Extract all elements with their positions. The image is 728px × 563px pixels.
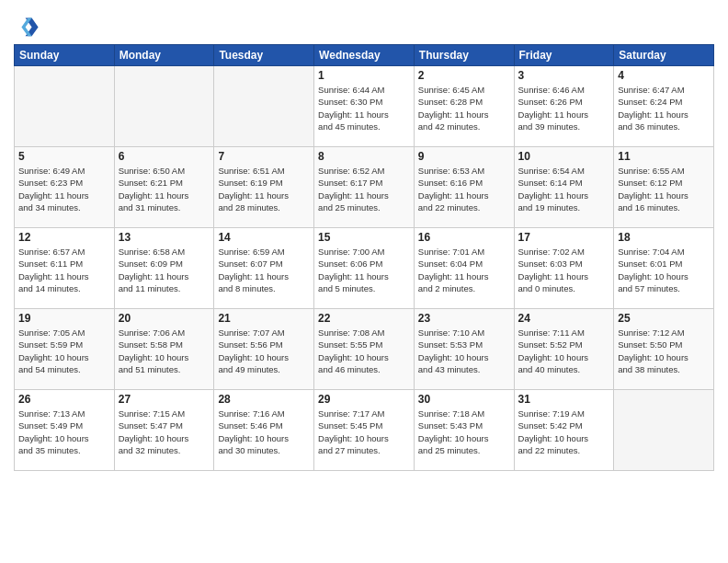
logo-icon	[14, 13, 40, 39]
day-info: Sunrise: 7:07 AM Sunset: 5:56 PM Dayligh…	[218, 327, 310, 375]
day-info: Sunrise: 6:47 AM Sunset: 6:24 PM Dayligh…	[618, 84, 710, 132]
day-number: 11	[618, 150, 710, 163]
weekday-header-wednesday: Wednesday	[314, 45, 415, 66]
day-number: 22	[318, 312, 410, 325]
calendar-cell: 21Sunrise: 7:07 AM Sunset: 5:56 PM Dayli…	[214, 309, 314, 390]
day-number: 7	[218, 150, 310, 163]
day-number: 9	[418, 150, 510, 163]
day-info: Sunrise: 7:16 AM Sunset: 5:46 PM Dayligh…	[218, 408, 310, 456]
day-info: Sunrise: 6:50 AM Sunset: 6:21 PM Dayligh…	[119, 165, 210, 213]
week-row-3: 12Sunrise: 6:57 AM Sunset: 6:11 PM Dayli…	[15, 228, 714, 309]
calendar-cell: 24Sunrise: 7:11 AM Sunset: 5:52 PM Dayli…	[514, 309, 614, 390]
day-number: 6	[119, 150, 210, 163]
day-number: 1	[318, 69, 410, 82]
day-number: 25	[618, 312, 710, 325]
day-number: 19	[18, 312, 110, 325]
calendar-cell: 5Sunrise: 6:49 AM Sunset: 6:23 PM Daylig…	[15, 147, 115, 228]
week-row-2: 5Sunrise: 6:49 AM Sunset: 6:23 PM Daylig…	[15, 147, 714, 228]
calendar-cell: 10Sunrise: 6:54 AM Sunset: 6:14 PM Dayli…	[514, 147, 614, 228]
day-number: 28	[218, 393, 310, 406]
day-number: 18	[618, 231, 710, 244]
header	[14, 9, 714, 39]
calendar-cell: 15Sunrise: 7:00 AM Sunset: 6:06 PM Dayli…	[314, 228, 415, 309]
calendar-cell	[114, 66, 214, 147]
day-info: Sunrise: 7:08 AM Sunset: 5:55 PM Dayligh…	[318, 327, 410, 375]
calendar-cell: 23Sunrise: 7:10 AM Sunset: 5:53 PM Dayli…	[414, 309, 514, 390]
calendar-cell	[15, 66, 115, 147]
day-number: 17	[518, 231, 610, 244]
calendar-cell: 26Sunrise: 7:13 AM Sunset: 5:49 PM Dayli…	[15, 390, 115, 471]
day-number: 13	[119, 231, 210, 244]
day-number: 24	[518, 312, 610, 325]
calendar-cell: 13Sunrise: 6:58 AM Sunset: 6:09 PM Dayli…	[114, 228, 214, 309]
calendar-cell: 25Sunrise: 7:12 AM Sunset: 5:50 PM Dayli…	[614, 309, 714, 390]
day-info: Sunrise: 7:12 AM Sunset: 5:50 PM Dayligh…	[618, 327, 710, 375]
day-info: Sunrise: 6:46 AM Sunset: 6:26 PM Dayligh…	[518, 84, 610, 132]
calendar-cell: 8Sunrise: 6:52 AM Sunset: 6:17 PM Daylig…	[314, 147, 415, 228]
day-info: Sunrise: 6:54 AM Sunset: 6:14 PM Dayligh…	[518, 165, 610, 213]
weekday-header-tuesday: Tuesday	[214, 45, 314, 66]
day-info: Sunrise: 6:53 AM Sunset: 6:16 PM Dayligh…	[418, 165, 510, 213]
day-number: 4	[618, 69, 710, 82]
calendar-cell: 7Sunrise: 6:51 AM Sunset: 6:19 PM Daylig…	[214, 147, 314, 228]
day-info: Sunrise: 7:02 AM Sunset: 6:03 PM Dayligh…	[518, 246, 610, 294]
day-number: 16	[418, 231, 510, 244]
calendar-cell: 22Sunrise: 7:08 AM Sunset: 5:55 PM Dayli…	[314, 309, 415, 390]
calendar-cell: 28Sunrise: 7:16 AM Sunset: 5:46 PM Dayli…	[214, 390, 314, 471]
day-info: Sunrise: 6:51 AM Sunset: 6:19 PM Dayligh…	[218, 165, 310, 213]
weekday-header-saturday: Saturday	[614, 45, 714, 66]
day-number: 12	[18, 231, 110, 244]
day-info: Sunrise: 7:13 AM Sunset: 5:49 PM Dayligh…	[18, 408, 110, 456]
day-info: Sunrise: 7:15 AM Sunset: 5:47 PM Dayligh…	[119, 408, 210, 456]
day-number: 30	[418, 393, 510, 406]
day-number: 2	[418, 69, 510, 82]
weekday-header-monday: Monday	[114, 45, 214, 66]
calendar-cell: 19Sunrise: 7:05 AM Sunset: 5:59 PM Dayli…	[15, 309, 115, 390]
day-number: 5	[18, 150, 110, 163]
week-row-5: 26Sunrise: 7:13 AM Sunset: 5:49 PM Dayli…	[15, 390, 714, 471]
day-info: Sunrise: 7:11 AM Sunset: 5:52 PM Dayligh…	[518, 327, 610, 375]
day-number: 10	[518, 150, 610, 163]
calendar-cell: 18Sunrise: 7:04 AM Sunset: 6:01 PM Dayli…	[614, 228, 714, 309]
calendar-cell: 2Sunrise: 6:45 AM Sunset: 6:28 PM Daylig…	[414, 66, 514, 147]
weekday-header-friday: Friday	[514, 45, 614, 66]
calendar-cell: 12Sunrise: 6:57 AM Sunset: 6:11 PM Dayli…	[15, 228, 115, 309]
day-info: Sunrise: 6:45 AM Sunset: 6:28 PM Dayligh…	[418, 84, 510, 132]
day-info: Sunrise: 7:05 AM Sunset: 5:59 PM Dayligh…	[18, 327, 110, 375]
page: SundayMondayTuesdayWednesdayThursdayFrid…	[0, 0, 728, 563]
calendar-cell: 27Sunrise: 7:15 AM Sunset: 5:47 PM Dayli…	[114, 390, 214, 471]
calendar-cell: 6Sunrise: 6:50 AM Sunset: 6:21 PM Daylig…	[114, 147, 214, 228]
calendar-cell: 30Sunrise: 7:18 AM Sunset: 5:43 PM Dayli…	[414, 390, 514, 471]
day-info: Sunrise: 6:49 AM Sunset: 6:23 PM Dayligh…	[18, 165, 110, 213]
calendar-cell: 20Sunrise: 7:06 AM Sunset: 5:58 PM Dayli…	[114, 309, 214, 390]
day-number: 31	[518, 393, 610, 406]
calendar-cell: 9Sunrise: 6:53 AM Sunset: 6:16 PM Daylig…	[414, 147, 514, 228]
calendar-cell: 17Sunrise: 7:02 AM Sunset: 6:03 PM Dayli…	[514, 228, 614, 309]
day-info: Sunrise: 7:19 AM Sunset: 5:42 PM Dayligh…	[518, 408, 610, 456]
weekday-header-sunday: Sunday	[15, 45, 115, 66]
day-number: 3	[518, 69, 610, 82]
day-info: Sunrise: 6:44 AM Sunset: 6:30 PM Dayligh…	[318, 84, 410, 132]
calendar-cell	[214, 66, 314, 147]
calendar-cell: 1Sunrise: 6:44 AM Sunset: 6:30 PM Daylig…	[314, 66, 415, 147]
day-info: Sunrise: 7:18 AM Sunset: 5:43 PM Dayligh…	[418, 408, 510, 456]
day-number: 14	[218, 231, 310, 244]
day-number: 27	[119, 393, 210, 406]
weekday-header-thursday: Thursday	[414, 45, 514, 66]
calendar-cell	[614, 390, 714, 471]
day-number: 20	[119, 312, 210, 325]
day-info: Sunrise: 6:57 AM Sunset: 6:11 PM Dayligh…	[18, 246, 110, 294]
day-info: Sunrise: 7:10 AM Sunset: 5:53 PM Dayligh…	[418, 327, 510, 375]
weekday-header-row: SundayMondayTuesdayWednesdayThursdayFrid…	[15, 45, 714, 66]
calendar-cell: 4Sunrise: 6:47 AM Sunset: 6:24 PM Daylig…	[614, 66, 714, 147]
day-number: 26	[18, 393, 110, 406]
day-number: 21	[218, 312, 310, 325]
calendar-cell: 14Sunrise: 6:59 AM Sunset: 6:07 PM Dayli…	[214, 228, 314, 309]
calendar: SundayMondayTuesdayWednesdayThursdayFrid…	[14, 44, 714, 471]
day-number: 15	[318, 231, 410, 244]
day-info: Sunrise: 6:58 AM Sunset: 6:09 PM Dayligh…	[119, 246, 210, 294]
day-info: Sunrise: 6:52 AM Sunset: 6:17 PM Dayligh…	[318, 165, 410, 213]
calendar-cell: 31Sunrise: 7:19 AM Sunset: 5:42 PM Dayli…	[514, 390, 614, 471]
calendar-cell: 29Sunrise: 7:17 AM Sunset: 5:45 PM Dayli…	[314, 390, 415, 471]
day-info: Sunrise: 7:17 AM Sunset: 5:45 PM Dayligh…	[318, 408, 410, 456]
